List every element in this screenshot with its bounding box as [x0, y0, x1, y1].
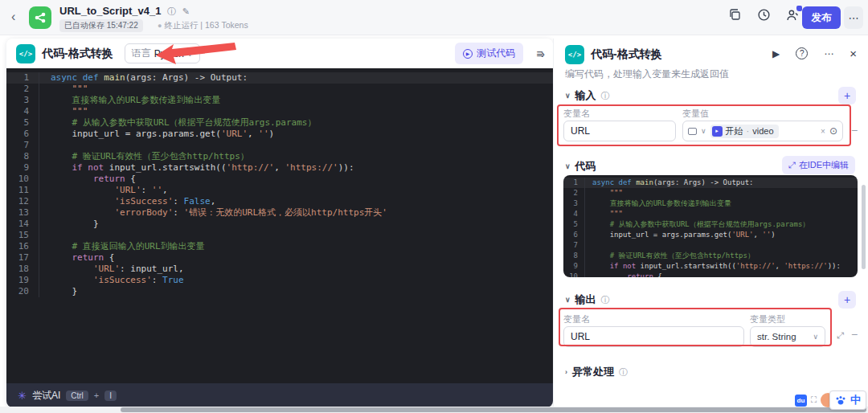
code-preview[interactable]: 1async def main(args: Args) -> Output:2 … [563, 175, 858, 277]
output-type-label: 变量类型 [750, 313, 785, 325]
top-bar: ‹ URL_to_Script_v4_1 ⓘ ✎ 已自动保存 15:47:22 … [0, 0, 868, 35]
chinese-mode-label: 中 [850, 393, 861, 407]
panel-scrollbar[interactable] [862, 185, 866, 269]
ime-indicator: du ⛶ 中 [795, 391, 866, 410]
error-info-icon[interactable]: ⓘ [619, 366, 628, 378]
language-label: 语言 [132, 47, 151, 60]
close-panel-icon[interactable]: × [850, 47, 857, 60]
input-value-field[interactable]: ∨ ▸ 开始 · video × ⊙ [682, 121, 843, 141]
ctrl-keycap: Ctrl [66, 391, 88, 401]
collapse-panel-icon[interactable]: ≡› [536, 47, 543, 60]
reference-tag[interactable]: ▸ 开始 · video [710, 125, 779, 138]
i-keycap: I [104, 391, 117, 401]
back-icon[interactable]: ‹ [11, 10, 15, 24]
autosave-badge: 已自动保存 15:47:22 [59, 19, 143, 32]
chevron-down-icon: ∨ [187, 50, 193, 58]
play-circle-icon: ▶ [463, 49, 473, 59]
edit-in-ide-button[interactable]: ⤢ 在IDE中编辑 [782, 156, 855, 174]
expand-output-icon[interactable]: ⤢ [837, 330, 844, 341]
add-input-button[interactable]: + [838, 87, 856, 104]
code-node-icon: </> [16, 44, 35, 63]
language-dropdown[interactable]: 语言 Python ∨ [125, 43, 200, 63]
run-status: ●终止运行 | 163 Tokens [158, 20, 248, 31]
config-subtitle: 编写代码，处理输入变量来生成返回值 [565, 67, 729, 81]
ai-assist-bar[interactable]: ✳ 尝试AI Ctrl + I [6, 383, 553, 407]
output-info-icon[interactable]: ⓘ [601, 294, 610, 306]
ai-try-label: 尝试AI [32, 389, 60, 403]
help-icon[interactable]: ? [796, 47, 808, 59]
chevron-right-icon: › [565, 368, 567, 376]
chevron-down-icon: ∨ [565, 92, 571, 100]
clear-value-icon[interactable]: × [821, 127, 825, 136]
history-icon[interactable] [757, 8, 772, 22]
start-node-icon: ▸ [712, 126, 723, 137]
edit-title-icon[interactable]: ✎ [182, 6, 190, 16]
publish-button[interactable]: 发布 [802, 6, 841, 29]
ref-separator: · [747, 126, 750, 136]
collaborators-badge [796, 6, 802, 11]
run-node-icon[interactable]: ▶ [772, 48, 780, 59]
info-icon[interactable]: ⓘ [167, 6, 176, 16]
more-button[interactable]: ⋯ [844, 6, 863, 29]
collaborators-icon[interactable] [786, 8, 800, 22]
output-type-select[interactable]: str. String ∨ [750, 326, 825, 347]
horizontal-scroll-thumb[interactable] [121, 407, 866, 412]
workflow-app: ‹ URL_to_Script_v4_1 ⓘ ✎ 已自动保存 15:47:22 … [0, 0, 868, 413]
ime-grid-icon[interactable]: ⛶ [811, 395, 817, 405]
ref-field-name: video [752, 126, 773, 136]
status-dot-icon: ● [158, 22, 162, 30]
chevron-down-icon: ∨ [813, 333, 818, 341]
panel-more-icon[interactable]: ⋯ [824, 48, 833, 59]
input-name-field[interactable] [563, 121, 676, 141]
ime-mode-box[interactable]: 中 [829, 391, 866, 410]
input-name-label: 变量名 [563, 108, 590, 120]
input-info-icon[interactable]: ⓘ [601, 90, 610, 102]
workflow-title: URL_to_Script_v4_1 ⓘ ✎ [59, 5, 190, 18]
code-section-header[interactable]: ∨ 代码 [565, 159, 596, 174]
plus-separator: + [94, 391, 99, 400]
remove-input-button[interactable]: − [851, 124, 858, 137]
ref-node-name: 开始 [726, 125, 743, 137]
chevron-down-icon: ∨ [701, 127, 706, 135]
paw-icon [835, 395, 846, 406]
input-value-label: 变量值 [682, 108, 709, 120]
duplicate-icon[interactable] [728, 8, 743, 22]
output-name-label: 变量名 [563, 313, 590, 325]
editor-header: </> 代码-格式转换 语言 Python ∨ ▶ 测试代码 ≡› [6, 39, 553, 68]
test-code-button[interactable]: ▶ 测试代码 [455, 43, 523, 64]
remove-output-button[interactable]: − [851, 328, 858, 341]
value-type-icon [688, 128, 697, 135]
chevron-down-icon: ∨ [565, 296, 571, 304]
code-editor-area[interactable]: 1async def main(args: Args) -> Output:2 … [6, 68, 553, 383]
error-section-header[interactable]: › 异常处理 ⓘ [565, 365, 628, 379]
baidu-ime-icon[interactable]: du [795, 395, 807, 407]
config-panel-title: 代码-格式转换 [591, 47, 662, 62]
output-section-header[interactable]: ∨ 输出 ⓘ [565, 292, 610, 307]
add-output-button[interactable]: + [838, 291, 856, 309]
node-config-panel: </> 代码-格式转换 ▶ ? ⋯ × 编写代码，处理输入变量来生成返回值 ∨ … [553, 39, 868, 413]
input-section-header[interactable]: ∨ 输入 ⓘ [565, 88, 610, 103]
code-node-icon: </> [565, 45, 584, 64]
expand-arrow-icon: ⤢ [788, 160, 796, 170]
language-value: Python [154, 48, 184, 59]
workflow-icon [29, 6, 51, 29]
code-editor-panel: </> 代码-格式转换 语言 Python ∨ ▶ 测试代码 ≡› 1async… [6, 39, 553, 407]
output-name-field[interactable] [563, 326, 744, 347]
locate-reference-icon[interactable]: ⊙ [829, 125, 837, 137]
ai-sparkle-icon: ✳ [18, 390, 27, 402]
chevron-down-icon: ∨ [565, 162, 571, 170]
editor-node-title: 代码-格式转换 [42, 47, 113, 61]
